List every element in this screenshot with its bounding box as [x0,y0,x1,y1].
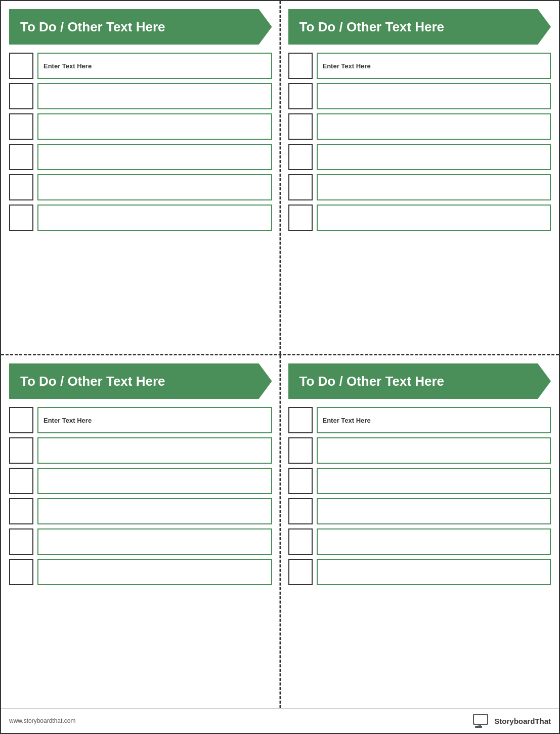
list-item [9,559,272,585]
list-item [288,528,551,555]
banner-bottom-left-title: To Do / Other Text Here [20,374,165,389]
checkbox[interactable] [9,144,33,170]
checkbox[interactable] [9,498,33,524]
vertical-divider-bottom [279,355,281,708]
list-bottom-right: Enter Text Here [280,405,559,708]
banner-bottom-right-title: To Do / Other Text Here [299,374,445,389]
checkbox[interactable] [288,528,313,555]
quadrant-bottom-left: To Do / Other Text Here Enter Text Here [1,355,280,708]
checkbox[interactable] [288,113,313,140]
list-top-right: Enter Text Here [280,51,559,354]
list-item [288,174,551,200]
list-item [288,205,551,231]
quadrant-top-right: To Do / Other Text Here Enter Text Here [280,1,559,354]
text-box[interactable] [37,559,272,585]
list-item [288,559,551,585]
checkbox[interactable] [288,83,313,109]
checkbox[interactable] [9,113,33,140]
text-box[interactable] [317,559,551,585]
text-box[interactable] [37,528,272,555]
checkbox[interactable] [9,528,33,555]
list-item [288,437,551,464]
list-item [9,498,272,524]
list-item [9,437,272,464]
text-box[interactable] [37,437,272,464]
svg-rect-3 [475,726,482,728]
top-row: To Do / Other Text Here Enter Text Here [1,1,559,354]
checkbox[interactable] [288,468,313,494]
text-box[interactable] [37,174,272,200]
list-item [9,468,272,494]
list-item [288,113,551,140]
text-box[interactable] [317,498,551,524]
text-box[interactable] [37,468,272,494]
checkbox[interactable] [288,144,313,170]
storyboardthat-icon [472,713,491,729]
checkbox[interactable] [9,174,33,200]
checkbox[interactable] [9,53,33,79]
checkbox[interactable] [9,407,33,433]
checkbox[interactable] [288,437,313,464]
list-bottom-left: Enter Text Here [1,405,280,708]
list-item [288,144,551,170]
text-box[interactable] [37,205,272,231]
checkbox[interactable] [9,468,33,494]
footer-logo: StoryboardThat [472,713,551,729]
text-box[interactable] [317,83,551,109]
banner-top-right: To Do / Other Text Here [288,9,551,45]
list-item: Enter Text Here [9,407,272,433]
checkbox[interactable] [9,205,33,231]
text-box[interactable] [317,437,551,464]
footer-url: www.storyboardthat.com [9,717,75,724]
text-box[interactable]: Enter Text Here [37,407,272,433]
footer-brand-name: StoryboardThat [494,717,551,725]
svg-marker-2 [477,725,481,726]
footer: www.storyboardthat.com StoryboardThat [1,708,559,733]
text-box[interactable] [37,144,272,170]
banner-top-left-title: To Do / Other Text Here [20,19,165,35]
banner-bottom-left: To Do / Other Text Here [9,363,272,399]
svg-rect-1 [474,715,487,724]
text-box[interactable]: Enter Text Here [37,53,272,79]
banner-top-left: To Do / Other Text Here [9,9,272,45]
list-item: Enter Text Here [288,407,551,433]
text-box[interactable] [37,83,272,109]
list-item [9,205,272,231]
checkbox[interactable] [288,53,313,79]
checkbox[interactable] [288,498,313,524]
list-item: Enter Text Here [9,53,272,79]
checkbox[interactable] [288,559,313,585]
text-box[interactable] [317,113,551,140]
text-box[interactable] [317,468,551,494]
checkbox[interactable] [288,174,313,200]
text-box[interactable] [317,205,551,231]
text-box[interactable] [317,144,551,170]
text-box[interactable] [37,498,272,524]
page: To Do / Other Text Here Enter Text Here [0,0,560,734]
text-box[interactable]: Enter Text Here [317,53,551,79]
bottom-row: To Do / Other Text Here Enter Text Here [1,355,559,708]
text-box[interactable] [317,174,551,200]
list-item [9,528,272,555]
list-item [9,83,272,109]
banner-top-right-title: To Do / Other Text Here [299,19,445,35]
text-box[interactable]: Enter Text Here [317,407,551,433]
list-item: Enter Text Here [288,53,551,79]
vertical-divider [279,1,281,354]
banner-bottom-right: To Do / Other Text Here [288,363,551,399]
list-item [9,174,272,200]
quadrant-bottom-right: To Do / Other Text Here Enter Text Here [280,355,559,708]
quadrant-top-left: To Do / Other Text Here Enter Text Here [1,1,280,354]
checkbox[interactable] [288,205,313,231]
text-box[interactable] [37,113,272,140]
list-item [9,113,272,140]
list-item [9,144,272,170]
checkbox[interactable] [9,437,33,464]
list-item [288,498,551,524]
list-top-left: Enter Text Here [1,51,280,354]
text-box[interactable] [317,528,551,555]
checkbox[interactable] [9,83,33,109]
list-item [288,83,551,109]
checkbox[interactable] [288,407,313,433]
checkbox[interactable] [9,559,33,585]
